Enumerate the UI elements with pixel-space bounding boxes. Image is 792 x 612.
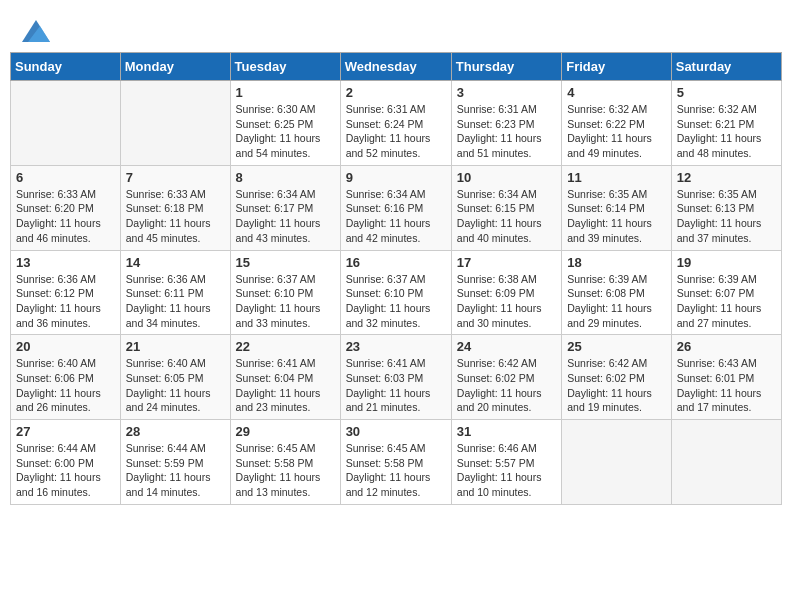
calendar-row-5: 27Sunrise: 6:44 AMSunset: 6:00 PMDayligh…	[11, 420, 782, 505]
calendar-cell	[11, 81, 121, 166]
header-tuesday: Tuesday	[230, 53, 340, 81]
calendar-cell: 16Sunrise: 6:37 AMSunset: 6:10 PMDayligh…	[340, 250, 451, 335]
cell-info: Sunrise: 6:37 AMSunset: 6:10 PMDaylight:…	[346, 272, 446, 331]
calendar-cell: 12Sunrise: 6:35 AMSunset: 6:13 PMDayligh…	[671, 165, 781, 250]
calendar-cell: 13Sunrise: 6:36 AMSunset: 6:12 PMDayligh…	[11, 250, 121, 335]
calendar-cell: 4Sunrise: 6:32 AMSunset: 6:22 PMDaylight…	[562, 81, 672, 166]
day-number: 16	[346, 255, 446, 270]
logo	[20, 20, 50, 42]
calendar-cell: 10Sunrise: 6:34 AMSunset: 6:15 PMDayligh…	[451, 165, 561, 250]
cell-info: Sunrise: 6:39 AMSunset: 6:08 PMDaylight:…	[567, 272, 666, 331]
header-friday: Friday	[562, 53, 672, 81]
day-number: 2	[346, 85, 446, 100]
calendar-cell: 23Sunrise: 6:41 AMSunset: 6:03 PMDayligh…	[340, 335, 451, 420]
day-number: 21	[126, 339, 225, 354]
calendar-cell	[120, 81, 230, 166]
cell-info: Sunrise: 6:38 AMSunset: 6:09 PMDaylight:…	[457, 272, 556, 331]
day-number: 7	[126, 170, 225, 185]
calendar-cell: 9Sunrise: 6:34 AMSunset: 6:16 PMDaylight…	[340, 165, 451, 250]
calendar-cell: 1Sunrise: 6:30 AMSunset: 6:25 PMDaylight…	[230, 81, 340, 166]
day-number: 30	[346, 424, 446, 439]
day-number: 15	[236, 255, 335, 270]
calendar-cell: 24Sunrise: 6:42 AMSunset: 6:02 PMDayligh…	[451, 335, 561, 420]
day-number: 8	[236, 170, 335, 185]
day-number: 1	[236, 85, 335, 100]
day-number: 22	[236, 339, 335, 354]
calendar-header-row: SundayMondayTuesdayWednesdayThursdayFrid…	[11, 53, 782, 81]
header-thursday: Thursday	[451, 53, 561, 81]
cell-info: Sunrise: 6:41 AMSunset: 6:03 PMDaylight:…	[346, 356, 446, 415]
day-number: 6	[16, 170, 115, 185]
day-number: 10	[457, 170, 556, 185]
page-header	[10, 10, 782, 47]
cell-info: Sunrise: 6:43 AMSunset: 6:01 PMDaylight:…	[677, 356, 776, 415]
day-number: 13	[16, 255, 115, 270]
day-number: 9	[346, 170, 446, 185]
day-number: 19	[677, 255, 776, 270]
cell-info: Sunrise: 6:34 AMSunset: 6:15 PMDaylight:…	[457, 187, 556, 246]
cell-info: Sunrise: 6:41 AMSunset: 6:04 PMDaylight:…	[236, 356, 335, 415]
day-number: 24	[457, 339, 556, 354]
cell-info: Sunrise: 6:33 AMSunset: 6:18 PMDaylight:…	[126, 187, 225, 246]
header-monday: Monday	[120, 53, 230, 81]
cell-info: Sunrise: 6:34 AMSunset: 6:17 PMDaylight:…	[236, 187, 335, 246]
cell-info: Sunrise: 6:40 AMSunset: 6:06 PMDaylight:…	[16, 356, 115, 415]
day-number: 5	[677, 85, 776, 100]
calendar-row-3: 13Sunrise: 6:36 AMSunset: 6:12 PMDayligh…	[11, 250, 782, 335]
cell-info: Sunrise: 6:34 AMSunset: 6:16 PMDaylight:…	[346, 187, 446, 246]
cell-info: Sunrise: 6:36 AMSunset: 6:12 PMDaylight:…	[16, 272, 115, 331]
cell-info: Sunrise: 6:37 AMSunset: 6:10 PMDaylight:…	[236, 272, 335, 331]
calendar-cell: 11Sunrise: 6:35 AMSunset: 6:14 PMDayligh…	[562, 165, 672, 250]
day-number: 14	[126, 255, 225, 270]
header-wednesday: Wednesday	[340, 53, 451, 81]
header-saturday: Saturday	[671, 53, 781, 81]
calendar-cell: 21Sunrise: 6:40 AMSunset: 6:05 PMDayligh…	[120, 335, 230, 420]
day-number: 17	[457, 255, 556, 270]
calendar-cell: 29Sunrise: 6:45 AMSunset: 5:58 PMDayligh…	[230, 420, 340, 505]
calendar-cell: 8Sunrise: 6:34 AMSunset: 6:17 PMDaylight…	[230, 165, 340, 250]
calendar-cell: 28Sunrise: 6:44 AMSunset: 5:59 PMDayligh…	[120, 420, 230, 505]
calendar-cell	[671, 420, 781, 505]
calendar-cell: 25Sunrise: 6:42 AMSunset: 6:02 PMDayligh…	[562, 335, 672, 420]
day-number: 28	[126, 424, 225, 439]
calendar-row-4: 20Sunrise: 6:40 AMSunset: 6:06 PMDayligh…	[11, 335, 782, 420]
header-sunday: Sunday	[11, 53, 121, 81]
calendar-cell: 22Sunrise: 6:41 AMSunset: 6:04 PMDayligh…	[230, 335, 340, 420]
calendar-cell	[562, 420, 672, 505]
cell-info: Sunrise: 6:44 AMSunset: 6:00 PMDaylight:…	[16, 441, 115, 500]
cell-info: Sunrise: 6:45 AMSunset: 5:58 PMDaylight:…	[346, 441, 446, 500]
calendar-cell: 27Sunrise: 6:44 AMSunset: 6:00 PMDayligh…	[11, 420, 121, 505]
day-number: 29	[236, 424, 335, 439]
cell-info: Sunrise: 6:33 AMSunset: 6:20 PMDaylight:…	[16, 187, 115, 246]
day-number: 26	[677, 339, 776, 354]
day-number: 25	[567, 339, 666, 354]
calendar-cell: 30Sunrise: 6:45 AMSunset: 5:58 PMDayligh…	[340, 420, 451, 505]
cell-info: Sunrise: 6:40 AMSunset: 6:05 PMDaylight:…	[126, 356, 225, 415]
cell-info: Sunrise: 6:39 AMSunset: 6:07 PMDaylight:…	[677, 272, 776, 331]
cell-info: Sunrise: 6:46 AMSunset: 5:57 PMDaylight:…	[457, 441, 556, 500]
cell-info: Sunrise: 6:35 AMSunset: 6:13 PMDaylight:…	[677, 187, 776, 246]
calendar-cell: 26Sunrise: 6:43 AMSunset: 6:01 PMDayligh…	[671, 335, 781, 420]
cell-info: Sunrise: 6:35 AMSunset: 6:14 PMDaylight:…	[567, 187, 666, 246]
cell-info: Sunrise: 6:32 AMSunset: 6:21 PMDaylight:…	[677, 102, 776, 161]
calendar-cell: 19Sunrise: 6:39 AMSunset: 6:07 PMDayligh…	[671, 250, 781, 335]
day-number: 4	[567, 85, 666, 100]
calendar-cell: 6Sunrise: 6:33 AMSunset: 6:20 PMDaylight…	[11, 165, 121, 250]
calendar-cell: 20Sunrise: 6:40 AMSunset: 6:06 PMDayligh…	[11, 335, 121, 420]
day-number: 27	[16, 424, 115, 439]
calendar-cell: 31Sunrise: 6:46 AMSunset: 5:57 PMDayligh…	[451, 420, 561, 505]
calendar-cell: 2Sunrise: 6:31 AMSunset: 6:24 PMDaylight…	[340, 81, 451, 166]
calendar-cell: 17Sunrise: 6:38 AMSunset: 6:09 PMDayligh…	[451, 250, 561, 335]
cell-info: Sunrise: 6:42 AMSunset: 6:02 PMDaylight:…	[457, 356, 556, 415]
cell-info: Sunrise: 6:31 AMSunset: 6:24 PMDaylight:…	[346, 102, 446, 161]
calendar-row-2: 6Sunrise: 6:33 AMSunset: 6:20 PMDaylight…	[11, 165, 782, 250]
day-number: 18	[567, 255, 666, 270]
day-number: 31	[457, 424, 556, 439]
calendar-cell: 3Sunrise: 6:31 AMSunset: 6:23 PMDaylight…	[451, 81, 561, 166]
day-number: 11	[567, 170, 666, 185]
cell-info: Sunrise: 6:44 AMSunset: 5:59 PMDaylight:…	[126, 441, 225, 500]
calendar-row-1: 1Sunrise: 6:30 AMSunset: 6:25 PMDaylight…	[11, 81, 782, 166]
cell-info: Sunrise: 6:36 AMSunset: 6:11 PMDaylight:…	[126, 272, 225, 331]
calendar-cell: 18Sunrise: 6:39 AMSunset: 6:08 PMDayligh…	[562, 250, 672, 335]
cell-info: Sunrise: 6:31 AMSunset: 6:23 PMDaylight:…	[457, 102, 556, 161]
